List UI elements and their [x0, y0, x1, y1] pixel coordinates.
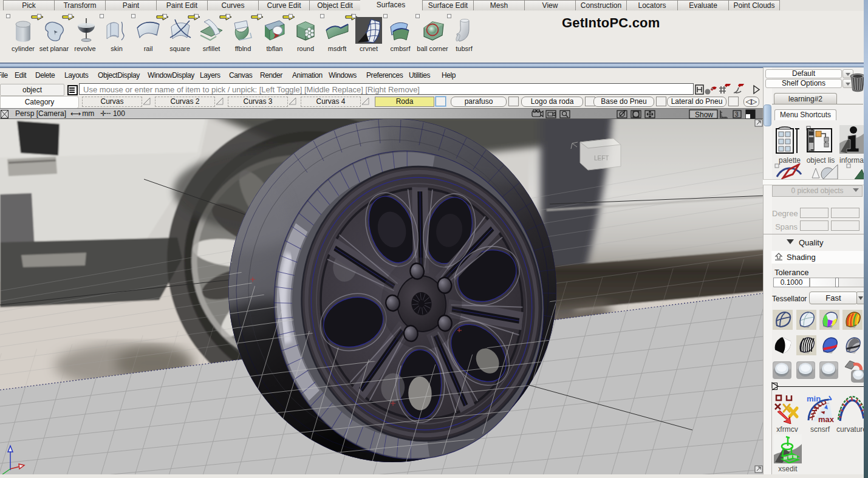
svg-text:LEFT: LEFT: [594, 155, 609, 162]
svg-text:Show: Show: [695, 111, 713, 119]
svg-text:max: max: [818, 415, 834, 424]
svg-text:3: 3: [735, 111, 739, 118]
